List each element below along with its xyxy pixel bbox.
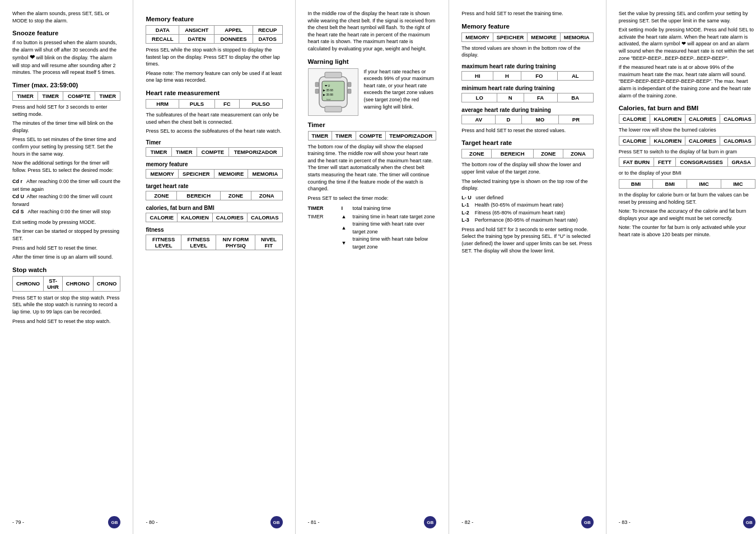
- p83-bmi: or to the display of your BMI: [619, 170, 755, 177]
- page-footer-80: - 80 - GB: [146, 516, 282, 528]
- p83-set1: Set the value by pressing SEL and confir…: [619, 10, 755, 24]
- hrm-table: HRM PULS FC PULSO: [146, 99, 282, 109]
- p79-exit2: The timer can be started or stopped by p…: [12, 228, 120, 242]
- p82-reset2: Press and hold SET to reset the stored v…: [461, 127, 593, 134]
- p80-m1: Press SEL while the stop watch is stoppe…: [146, 46, 282, 68]
- cell: MEMOIRE: [528, 32, 560, 41]
- cell: BEREICH: [492, 149, 534, 158]
- cell: TIMER: [171, 147, 197, 156]
- cell: PULS: [179, 99, 215, 108]
- page-footer-82: - 82 - GB: [461, 516, 593, 528]
- cell: DONNEES: [214, 35, 253, 44]
- footer-num-79: - 79 -: [12, 519, 24, 525]
- cell: CALORIE: [146, 213, 178, 222]
- cell: MEMOIRE: [214, 169, 248, 178]
- cell: CALORIES: [685, 136, 720, 145]
- cell: CALORIE: [619, 136, 650, 145]
- p81-intro: In the middle row of the display the hea…: [308, 10, 437, 53]
- cell: MEMORY: [462, 32, 493, 41]
- calories-burned-table: CALORIE KALORIEN CALORIES CALORIAS: [619, 136, 755, 146]
- cell: ZONE: [462, 149, 492, 158]
- svg-text:▶ 35 68: ▶ 35 68: [323, 88, 333, 92]
- cell: ST-UHR: [44, 276, 63, 291]
- legend-symbol: I: [342, 204, 353, 213]
- legend-desc: training time with heart rate over targe…: [353, 221, 437, 236]
- cell: TEMPORIZADOR: [228, 147, 282, 156]
- target-table80: ZONE BEREICH ZONE ZONA: [146, 191, 282, 200]
- cell: TIMER: [146, 147, 171, 156]
- gb-badge-80: GB: [270, 516, 283, 528]
- legend-desc: training time with heart rate below targ…: [353, 236, 437, 251]
- p83-reset: In the display for calorie burn or fat b…: [619, 191, 755, 205]
- gb-badge-82: GB: [581, 516, 594, 528]
- svg-rect-8: [315, 89, 319, 93]
- p79-t2: The minutes of the timer time will blink…: [12, 120, 120, 134]
- calories-table83: CALORIE KALORIEN CALORIES CALORIAS: [619, 114, 755, 124]
- p79-exit1: Exit setting mode by pressing MODE.: [12, 219, 120, 226]
- cell: FITNESS LEVEL: [181, 235, 216, 250]
- cell: GRASA: [727, 158, 755, 167]
- minhr-table: LO N FA BA: [461, 93, 593, 102]
- page-footer-83: - 83 - GB: [619, 516, 755, 528]
- footer-num-82: - 82 -: [461, 519, 473, 525]
- p83-switch: Press SET to switch to the display of fa…: [619, 148, 755, 156]
- cell: H: [493, 71, 521, 80]
- cell: PULSO: [239, 99, 282, 108]
- p79-t3: Press SEL to set minutes of the timer ti…: [12, 136, 120, 157]
- h2-target82: Target heart rate: [461, 139, 593, 146]
- legend-desc: training time in heart rate target zone: [353, 213, 437, 221]
- fitness-table80: FITNESS LEVEL FITNESS LEVEL NIV FORM PHY…: [146, 235, 282, 250]
- cell: KALORIEN: [178, 213, 213, 222]
- cell: HRM: [146, 99, 179, 108]
- cell: LO: [462, 93, 497, 102]
- cell: KALORIEN: [650, 136, 685, 145]
- p82-setting: Press and hold SET for 3 seconds to ente…: [461, 226, 593, 254]
- cell: D: [496, 115, 522, 124]
- cell: MEMORY: [146, 169, 178, 178]
- cell: CHRONO: [13, 276, 44, 291]
- p80-hrm2: Press SEL to access the subfeatures of t…: [146, 128, 282, 135]
- cell: FC: [215, 99, 239, 108]
- calories-table80: CALORIE KALORIEN CALORIES CALORIAS: [146, 213, 282, 222]
- list-item: Cd r After reaching 0:00 the timer will …: [12, 178, 120, 193]
- cell: FA: [524, 93, 557, 102]
- cell: RECALL: [146, 35, 179, 44]
- h2-memory80: Memory feature: [146, 16, 282, 22]
- cell: TIMER: [308, 131, 332, 140]
- cell: KALORIEN: [650, 115, 685, 124]
- svg-rect-10: [348, 89, 351, 93]
- timer-mode-list: Cd r After reaching 0:00 the timer will …: [12, 178, 120, 216]
- p82-thr1: The bottom row of the display will show …: [461, 161, 593, 175]
- cell: COMPTE: [63, 91, 95, 100]
- cell: DATA: [146, 26, 179, 35]
- footer-num-80: - 80 -: [146, 519, 157, 525]
- bmi-table83: BMI BMI IMC IMC: [619, 179, 755, 189]
- gb-badge-81: GB: [424, 516, 436, 528]
- cell: CONSGRAISSES: [675, 158, 727, 167]
- list-item: L-2 Fitness (65-80% of maximum heart rat…: [461, 209, 593, 217]
- cell: MEMORIA: [248, 169, 282, 178]
- cell: PR: [559, 115, 593, 124]
- memory-table80: DATA ANSICHT APPEL RECUP RECALL DATEN DO…: [146, 25, 282, 44]
- svg-text:frivit: frivit: [326, 98, 331, 101]
- maxhr-table: HI H FO AL: [461, 71, 593, 81]
- timer-table: TIMER TIMER COMPTE TIMER: [12, 91, 120, 101]
- cell: APPEL: [214, 26, 253, 35]
- page-81: In the middle row of the display the hea…: [296, 0, 450, 534]
- svg-text:▶ 35 88: ▶ 35 88: [323, 93, 333, 96]
- p79-intro: When the alarm sounds, press SET, SEL or…: [12, 10, 120, 24]
- p79-sw1: Press SET to start or stop the stop watc…: [12, 294, 120, 316]
- list-item: L-3 Performance (80-95% of maximum heart…: [461, 217, 593, 224]
- cell: ZONE: [146, 191, 177, 200]
- list-item: L-1 Health (50-65% of maximum heart rate…: [461, 202, 593, 209]
- fatburn-table: FAT BURN FETT CONSGRAISSES GRASA: [619, 157, 755, 167]
- p83-maxalarm: If the measured heart rate is at or abov…: [619, 64, 755, 99]
- h3-minhr: minimum heart rate during training: [461, 85, 593, 91]
- list-item: L- U user defined: [461, 194, 593, 202]
- page-79: When the alarm sounds, press SET, SEL or…: [0, 0, 133, 534]
- legend-label: [308, 221, 342, 236]
- gb-badge-79: GB: [108, 516, 120, 528]
- cell: TIMER: [38, 91, 63, 100]
- legend-symbol: ▲: [342, 213, 353, 221]
- legend-symbol: ▼: [342, 236, 353, 251]
